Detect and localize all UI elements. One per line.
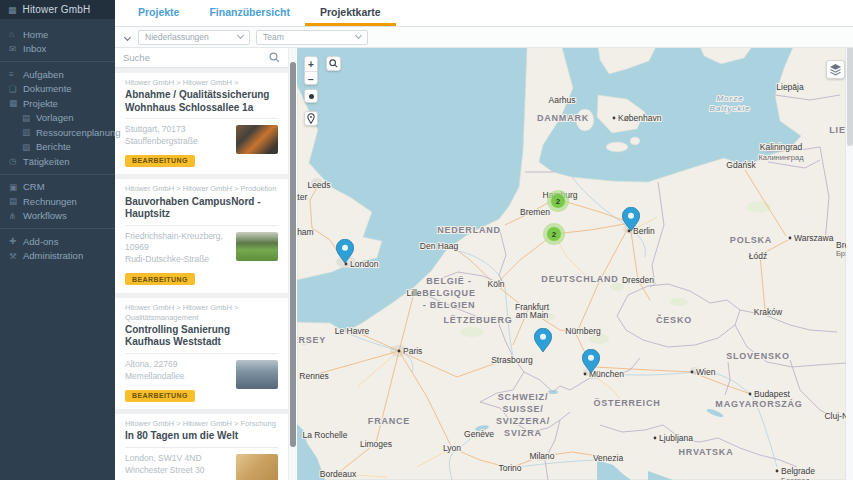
- map-marker-m-nchen[interactable]: [582, 349, 600, 377]
- map-label-paris: Paris: [403, 346, 422, 356]
- zoom-control: + −: [304, 56, 318, 85]
- sidebar-item-label: Inbox: [23, 43, 46, 54]
- activities-icon: ◷: [9, 156, 23, 166]
- project-title: In 80 Tagen um die Welt: [125, 430, 278, 443]
- sidebar-item-label: Vorlagen: [36, 112, 74, 123]
- card-divider: [125, 118, 278, 119]
- map-label-lietuva: LIETUVA: [829, 125, 846, 135]
- sidebar-item-aufgaben[interactable]: ≡Aufgaben: [0, 67, 115, 82]
- sidebar-item-inbox[interactable]: ✉Inbox: [0, 42, 115, 57]
- list-scrollbar-thumb[interactable]: [290, 62, 296, 447]
- map-canvas[interactable]: DANMARKLIETUVAPOLSKANEDERLANDBELGIË -BEL…: [297, 47, 846, 480]
- map-label-venezia: Venezia: [593, 453, 624, 463]
- map-label-ljubljana: Ljubljana: [659, 433, 693, 443]
- page-scrollbar-thumb[interactable]: [847, 31, 853, 146]
- tab-projektkarte[interactable]: Projektkarte: [305, 0, 396, 26]
- inbox-icon: ✉: [9, 44, 23, 54]
- card-divider: [125, 225, 278, 226]
- project-card[interactable]: Hitower GmbH > Hitower GmbH > Produktion…: [115, 179, 288, 292]
- map-label-łód-: Łódź: [749, 251, 767, 261]
- sidebar-item-dokumente[interactable]: ❏Dokumente: [0, 82, 115, 97]
- map-label-slovensko: SLOVENSKO: [726, 351, 790, 361]
- project-title: Bauvorhaben CampusNord - Hauptsitz: [125, 196, 278, 221]
- branch-filter-placeholder: Niederlassungen: [145, 32, 209, 42]
- map-label-polska: POLSKA: [730, 235, 772, 245]
- map-label-bordeaux: Bordeaux: [320, 469, 357, 479]
- list-scrollbar[interactable]: [288, 48, 296, 480]
- pin-tool-button[interactable]: [304, 111, 318, 126]
- reports-icon: ▧: [22, 142, 36, 152]
- crm-icon: ▣: [9, 182, 23, 192]
- project-card[interactable]: Hitower GmbH > Hitower GmbH > Abnahme / …: [115, 73, 288, 174]
- project-thumbnail: [236, 360, 278, 389]
- project-breadcrumb: Hitower GmbH > Hitower GmbH > Qualitätsm…: [125, 303, 278, 323]
- map-label-česko: ČESKO: [656, 314, 692, 325]
- map-label--belgien: - BELGIEN: [423, 300, 476, 310]
- resource-planning-icon: ▥: [22, 127, 36, 137]
- map-label-london: London: [350, 259, 379, 269]
- project-address: Stuttgart, 70173 Stauffenbergstraße: [125, 124, 198, 148]
- tab-projekte[interactable]: Projekte: [123, 0, 194, 26]
- map-cluster[interactable]: 2: [543, 223, 565, 245]
- map-label-nürnberg: Nürnberg: [565, 326, 601, 336]
- map-label-budapest: Budapest: [754, 389, 791, 399]
- app-grid-icon[interactable]: ▦: [8, 5, 17, 15]
- sidebar-item-t-tigkeiten[interactable]: ◷Tätigkeiten: [0, 154, 115, 169]
- addons-icon: ✚: [9, 236, 23, 246]
- map-label-lille: Lille: [406, 288, 421, 298]
- locate-button[interactable]: [304, 89, 318, 103]
- sidebar-item-add-ons[interactable]: ✚Add-ons: [0, 234, 115, 249]
- sidebar-item-label: CRM: [23, 181, 45, 192]
- project-card[interactable]: Hitower GmbH > Hitower GmbH > Qualitätsm…: [115, 298, 288, 410]
- page-scrollbar[interactable]: [845, 28, 853, 480]
- sidebar-item-workflows[interactable]: ⋔Workflows: [0, 209, 115, 224]
- tab-finanzuebersicht[interactable]: Finanzübersicht: [194, 0, 305, 26]
- city-dot: [691, 371, 694, 374]
- search-input[interactable]: [123, 52, 269, 63]
- branch-filter-select[interactable]: Niederlassungen: [138, 30, 250, 45]
- map-marker-berlin[interactable]: [622, 207, 640, 235]
- sidebar-item-label: Ressourcenplanung: [36, 127, 121, 138]
- team-filter-select[interactable]: Team: [256, 30, 368, 45]
- documents-icon: ❏: [9, 84, 23, 94]
- sidebar-item-rechnungen[interactable]: ▤Rechnungen: [0, 194, 115, 209]
- map-label-manchester: Manchester: [297, 192, 307, 202]
- card-divider: [125, 447, 278, 448]
- map-marker-stuttgart[interactable]: [534, 328, 552, 356]
- sidebar-item-berichte[interactable]: ▧Berichte: [0, 140, 115, 155]
- map-search-button[interactable]: [326, 56, 341, 71]
- sidebar-item-home[interactable]: ⌂Home: [0, 27, 115, 42]
- map-label-den-haag: Den Haag: [420, 241, 459, 251]
- layers-button[interactable]: [826, 60, 845, 79]
- zoom-out-button[interactable]: −: [305, 72, 317, 86]
- project-thumbnail: [236, 125, 278, 154]
- sidebar-item-projekte[interactable]: ▦Projekte: [0, 96, 115, 111]
- sidebar-item-label: Dokumente: [23, 83, 72, 94]
- map-marker-london[interactable]: [336, 239, 354, 267]
- sidebar-item-crm[interactable]: ▣CRM: [0, 180, 115, 195]
- sidebar-item-ressourcenplanung[interactable]: ▥Ressourcenplanung: [0, 125, 115, 140]
- chevron-down-icon: [237, 32, 244, 39]
- sidebar-item-administration[interactable]: ⚒Administration: [0, 249, 115, 264]
- filter-bar: Niederlassungen Team: [115, 27, 853, 48]
- project-breadcrumb: Hitower GmbH > Hitower GmbH >: [125, 78, 278, 88]
- layers-icon: [829, 63, 842, 76]
- map-label--: Београд: [781, 476, 810, 480]
- sidebar-item-label: Rechnungen: [23, 196, 77, 207]
- zoom-in-button[interactable]: +: [305, 57, 317, 71]
- map-label-suisse-: SUISSE/: [502, 404, 543, 414]
- chevron-down-icon[interactable]: [124, 33, 131, 40]
- map-label-cluj-nap: Cluj-Nap: [824, 411, 846, 421]
- map-label-bałtyckie: Bałtyckie: [709, 104, 750, 113]
- sidebar-item-vorlagen[interactable]: ▤Vorlagen: [0, 111, 115, 126]
- chevron-down-icon: [355, 32, 362, 39]
- project-card[interactable]: Hitower GmbH > Hitower GmbH > Forschung …: [115, 414, 288, 480]
- map-cluster[interactable]: 2: [547, 190, 569, 212]
- sidebar-separator: [0, 174, 115, 175]
- map-label-la-rochelle: La Rochelle: [303, 430, 348, 440]
- map-label-leeds: Leeds: [307, 180, 330, 190]
- cluster-count: 2: [551, 194, 565, 208]
- city-dot: [613, 117, 616, 120]
- map-label-belgique: BELGIQUE: [422, 288, 475, 298]
- team-filter-placeholder: Team: [263, 32, 284, 42]
